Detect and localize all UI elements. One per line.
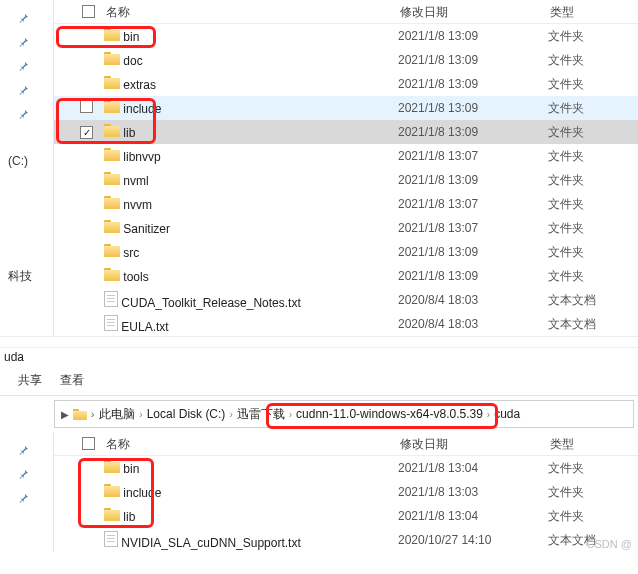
folder-icon — [104, 460, 120, 473]
quick-access-sidebar — [0, 432, 54, 552]
file-date: 2021/1/8 13:04 — [398, 507, 548, 525]
folder-icon — [104, 508, 120, 521]
file-row[interactable]: bin2021/1/8 13:04文件夹 — [54, 456, 638, 480]
file-type: 文件夹 — [548, 218, 638, 239]
file-name: extras — [120, 78, 156, 92]
file-date: 2021/1/8 13:09 — [398, 51, 548, 69]
file-type: 文件夹 — [548, 242, 638, 263]
file-name: libnvvp — [120, 150, 161, 164]
folder-icon — [104, 52, 120, 65]
chevron-right-icon: › — [286, 409, 295, 420]
folder-icon — [104, 124, 120, 137]
folder-icon — [104, 172, 120, 185]
row-checkbox[interactable]: ✓ — [80, 126, 93, 139]
file-row[interactable]: tools2021/1/8 13:09文件夹 — [54, 264, 638, 288]
pin-icon — [0, 6, 53, 30]
folder-icon — [104, 196, 120, 209]
file-type: 文件夹 — [548, 194, 638, 215]
file-name: lib — [120, 126, 135, 140]
file-icon — [104, 531, 118, 547]
folder-icon — [73, 409, 87, 420]
folder-icon — [104, 100, 120, 113]
pin-icon — [0, 54, 53, 78]
file-date: 2020/8/4 18:03 — [398, 315, 548, 333]
file-date: 2020/10/27 14:10 — [398, 531, 548, 549]
breadcrumb-item[interactable]: Local Disk (C:) — [146, 407, 227, 421]
file-row[interactable]: CUDA_Toolkit_Release_Notes.txt2020/8/4 1… — [54, 288, 638, 312]
quick-access-sidebar: (C:) 科技 — [0, 0, 54, 336]
file-type: 文件夹 — [548, 266, 638, 287]
file-row[interactable]: include2021/1/8 13:09文件夹 — [54, 96, 638, 120]
file-name: bin — [120, 30, 139, 44]
sidebar-section-label[interactable]: 科技 — [0, 264, 53, 285]
file-row[interactable]: nvvm2021/1/8 13:07文件夹 — [54, 192, 638, 216]
column-name[interactable]: 名称 — [104, 432, 398, 457]
file-row[interactable]: include2021/1/8 13:03文件夹 — [54, 480, 638, 504]
pin-icon — [0, 30, 53, 54]
select-all-checkbox[interactable] — [80, 1, 104, 25]
column-headers: 名称 修改日期 类型 — [54, 432, 638, 456]
chevron-right-icon: › — [484, 409, 493, 420]
file-type: 文本文档 — [548, 290, 638, 311]
folder-icon — [104, 220, 120, 233]
breadcrumb-item[interactable]: cudnn-11.0-windows-x64-v8.0.5.39 — [295, 407, 484, 421]
file-type: 文件夹 — [548, 98, 638, 119]
chevron-right-icon[interactable]: ▶ — [61, 409, 69, 420]
file-date: 2021/1/8 13:09 — [398, 99, 548, 117]
file-date: 2021/1/8 13:07 — [398, 195, 548, 213]
pin-icon — [0, 486, 53, 510]
file-icon — [104, 291, 118, 307]
file-row[interactable]: Sanitizer2021/1/8 13:07文件夹 — [54, 216, 638, 240]
column-date[interactable]: 修改日期 — [398, 0, 548, 25]
file-name: NVIDIA_SLA_cuDNN_Support.txt — [118, 536, 301, 550]
folder-icon — [104, 268, 120, 281]
sidebar-drive-label[interactable]: (C:) — [0, 150, 53, 168]
file-listing: 名称 修改日期 类型 bin2021/1/8 13:04文件夹 include2… — [54, 432, 638, 552]
file-icon — [104, 315, 118, 331]
folder-icon — [104, 76, 120, 89]
file-name: src — [120, 246, 139, 260]
column-type[interactable]: 类型 — [548, 0, 638, 25]
file-name: Sanitizer — [120, 222, 170, 236]
chevron-right-icon[interactable]: › — [91, 409, 94, 420]
chevron-right-icon: › — [136, 409, 145, 420]
file-type: 文件夹 — [548, 482, 638, 503]
file-type: 文件夹 — [548, 506, 638, 527]
tab-share[interactable]: 共享 — [18, 372, 42, 389]
file-name: nvml — [120, 174, 149, 188]
file-row[interactable]: EULA.txt2020/8/4 18:03文本文档 — [54, 312, 638, 336]
file-row[interactable]: ✓ lib2021/1/8 13:09文件夹 — [54, 120, 638, 144]
breadcrumb-item[interactable]: 此电脑 — [98, 407, 136, 421]
file-row[interactable]: src2021/1/8 13:09文件夹 — [54, 240, 638, 264]
file-type: 文件夹 — [548, 74, 638, 95]
breadcrumb-item[interactable]: 迅雷下载 — [236, 407, 286, 421]
row-checkbox[interactable] — [80, 100, 93, 113]
file-row[interactable]: nvml2021/1/8 13:09文件夹 — [54, 168, 638, 192]
pin-icon — [0, 78, 53, 102]
window-title: uda — [0, 348, 638, 366]
file-date: 2021/1/8 13:09 — [398, 267, 548, 285]
file-row[interactable]: bin2021/1/8 13:09文件夹 — [54, 24, 638, 48]
file-date: 2021/1/8 13:09 — [398, 171, 548, 189]
file-row[interactable]: extras2021/1/8 13:09文件夹 — [54, 72, 638, 96]
file-row[interactable]: doc2021/1/8 13:09文件夹 — [54, 48, 638, 72]
column-type[interactable]: 类型 — [548, 432, 638, 457]
select-all-checkbox[interactable] — [80, 433, 104, 457]
breadcrumb-item[interactable]: cuda — [493, 407, 521, 421]
column-name[interactable]: 名称 — [104, 0, 398, 25]
file-date: 2021/1/8 13:09 — [398, 27, 548, 45]
pin-icon — [0, 438, 53, 462]
tab-view[interactable]: 查看 — [60, 372, 84, 389]
file-name: EULA.txt — [118, 320, 169, 334]
breadcrumb[interactable]: ▶ › 此电脑›Local Disk (C:)›迅雷下载›cudnn-11.0-… — [54, 400, 634, 428]
file-row[interactable]: lib2021/1/8 13:04文件夹 — [54, 504, 638, 528]
file-row[interactable]: libnvvp2021/1/8 13:07文件夹 — [54, 144, 638, 168]
file-name: include — [120, 102, 161, 116]
file-name: bin — [120, 462, 139, 476]
pin-icon — [0, 102, 53, 126]
column-date[interactable]: 修改日期 — [398, 432, 548, 457]
file-row[interactable]: NVIDIA_SLA_cuDNN_Support.txt2020/10/27 1… — [54, 528, 638, 552]
folder-icon — [104, 484, 120, 497]
file-date: 2021/1/8 13:07 — [398, 147, 548, 165]
file-date: 2021/1/8 13:09 — [398, 243, 548, 261]
